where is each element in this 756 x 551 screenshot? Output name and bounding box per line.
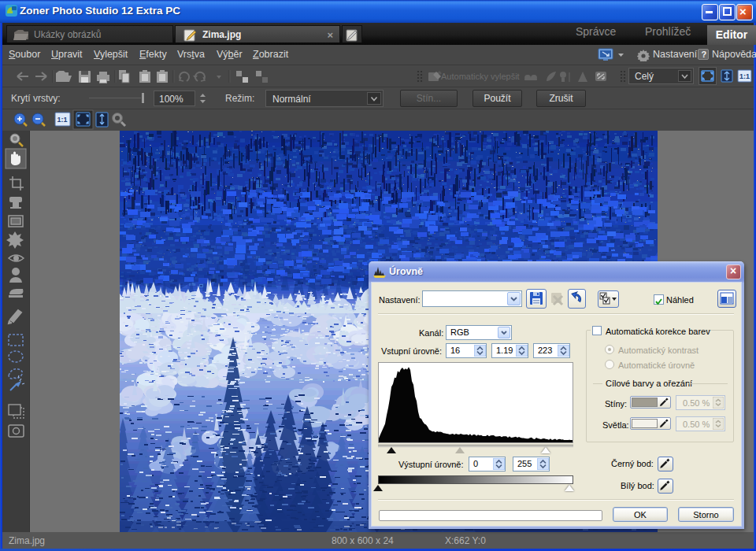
svg-text:Automaticky vylepšit: Automaticky vylepšit xyxy=(441,72,520,81)
svg-text:1:1: 1:1 xyxy=(57,116,68,124)
svg-text:1:1: 1:1 xyxy=(739,72,750,80)
